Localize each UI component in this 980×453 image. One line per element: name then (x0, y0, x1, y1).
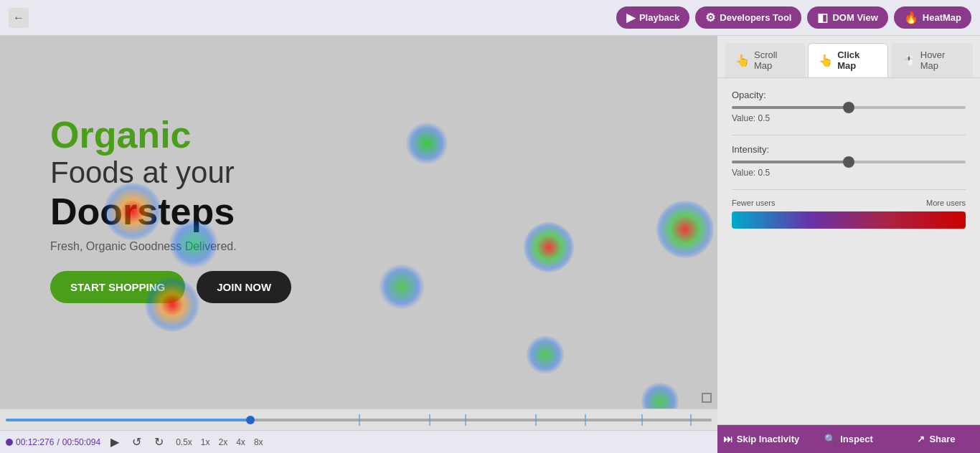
legend-fewer: Fewer users (732, 199, 776, 207)
timeline-bar[interactable] (0, 409, 717, 430)
time-separator: / (57, 437, 59, 447)
rewind-button[interactable]: ↺ (129, 434, 144, 450)
tab-hover-map[interactable]: 🖱️ Hover Map (891, 43, 973, 77)
resize-handle[interactable] (702, 393, 712, 403)
cta-buttons: START SHOPPING JOIN NOW (50, 271, 291, 303)
skip-inactivity-icon: ⏭ (723, 434, 732, 444)
doorsteps-text: Doorsteps (50, 190, 291, 233)
heatmap-dot-7 (656, 201, 714, 258)
tagline: Fresh, Organic Goodness Delivered. (50, 240, 291, 253)
timeline-marker (641, 414, 643, 426)
timeline-marker (535, 414, 537, 426)
timeline-marker (690, 414, 692, 426)
right-panel: 👆 Scroll Map 👆 Click Map 🖱️ Hover Map Op… (717, 36, 980, 453)
opacity-fill (732, 106, 849, 109)
timeline-marker (585, 414, 586, 426)
heatmap-dot-6 (524, 222, 574, 272)
intensity-control: Intensity: Value: 0.5 (732, 144, 966, 178)
devtool-icon: ⚙ (705, 11, 715, 24)
opacity-control: Opacity: Value: 0.5 (732, 90, 966, 123)
playback-button[interactable]: ▶ Playback (616, 6, 689, 29)
start-shopping-button[interactable]: START SHOPPING (50, 271, 185, 303)
timeline-fill (6, 419, 253, 421)
speed-0.5x[interactable]: 0.5x (174, 437, 194, 448)
skip-inactivity-button[interactable]: ⏭ Skip Inactivity (717, 425, 805, 453)
current-time: 00:12:276 (16, 437, 54, 447)
main-area: Organic Foods at your Doorsteps Fresh, O… (0, 36, 980, 453)
top-toolbar: ← ▶ Playback ⚙ Developers Tool ◧ DOM Vie… (0, 0, 980, 36)
timeline-track[interactable] (6, 419, 712, 421)
legend-row: Fewer users More users (732, 199, 966, 207)
intensity-slider[interactable] (732, 161, 966, 163)
share-icon: ↗ (917, 434, 925, 444)
heatmap-button[interactable]: 🔥 HeatMap (894, 6, 971, 29)
organic-title: Organic (50, 115, 291, 156)
join-now-button[interactable]: JOIN NOW (197, 271, 291, 303)
forward-button[interactable]: ↻ (151, 434, 166, 450)
timeline-marker (359, 414, 360, 426)
opacity-thumb[interactable] (843, 102, 854, 113)
speed-controls: 0.5x 1x 2x 4x 8x (174, 437, 265, 448)
time-indicator-dot (6, 439, 13, 446)
website-text: Organic Foods at your Doorsteps Fresh, O… (50, 115, 291, 303)
inspect-button[interactable]: 🔍 Inspect (805, 425, 892, 453)
opacity-value: Value: 0.5 (732, 113, 966, 123)
hover-map-icon: 🖱️ (902, 54, 916, 67)
controls-area: Opacity: Value: 0.5 Intensity: Value: 0.… (717, 78, 980, 424)
heatmap-dot-5 (379, 264, 425, 310)
time-display: 00:12:276 / 00:50:094 (6, 437, 100, 447)
playback-icon: ▶ (626, 11, 635, 24)
intensity-thumb[interactable] (843, 156, 854, 168)
total-time: 00:50:094 (62, 437, 100, 447)
scroll-map-icon: 👆 (735, 54, 750, 67)
color-legend-bar (732, 211, 966, 229)
heatmap-icon: 🔥 (904, 11, 918, 24)
devtool-button[interactable]: ⚙ Developers Tool (695, 6, 801, 29)
timeline-marker (465, 414, 466, 426)
share-button[interactable]: ↗ Share (892, 425, 980, 453)
bottom-actions: ⏭ Skip Inactivity 🔍 Inspect ↗ Share (717, 424, 980, 453)
heatmap-dot-9 (641, 382, 680, 409)
intensity-label: Intensity: (732, 144, 966, 155)
timeline-marker (429, 414, 430, 426)
legend-more: More users (926, 199, 966, 207)
opacity-label: Opacity: (732, 90, 966, 100)
opacity-slider[interactable] (732, 106, 966, 109)
video-area: Organic Foods at your Doorsteps Fresh, O… (0, 36, 717, 453)
heatmap-dot-8 (526, 335, 565, 375)
bottom-controls: 00:12:276 / 00:50:094 ▶ ↺ ↻ 0.5x 1x 2x 4… (0, 430, 717, 453)
heatmap-dot-1 (405, 122, 448, 165)
website-content: Organic Foods at your Doorsteps Fresh, O… (0, 36, 717, 409)
inspect-icon: 🔍 (824, 434, 836, 444)
back-button[interactable]: ← (9, 8, 29, 28)
speed-1x[interactable]: 1x (199, 437, 212, 448)
tab-click-map[interactable]: 👆 Click Map (808, 43, 888, 77)
intensity-value: Value: 0.5 (732, 168, 966, 178)
timeline-thumb[interactable] (246, 416, 255, 424)
intensity-fill (732, 161, 849, 163)
domview-button[interactable]: ◧ DOM View (807, 6, 887, 29)
speed-4x[interactable]: 4x (234, 437, 248, 448)
speed-2x[interactable]: 2x (217, 437, 230, 448)
divider-1 (732, 135, 966, 135)
speed-8x[interactable]: 8x (252, 437, 265, 448)
tab-scroll-map[interactable]: 👆 Scroll Map (725, 43, 805, 77)
foods-text: Foods at your (50, 156, 291, 190)
play-button[interactable]: ▶ (108, 434, 122, 450)
divider-2 (732, 189, 966, 190)
domview-icon: ◧ (817, 11, 828, 24)
click-map-icon: 👆 (819, 54, 833, 67)
map-tabs: 👆 Scroll Map 👆 Click Map 🖱️ Hover Map (717, 36, 980, 78)
